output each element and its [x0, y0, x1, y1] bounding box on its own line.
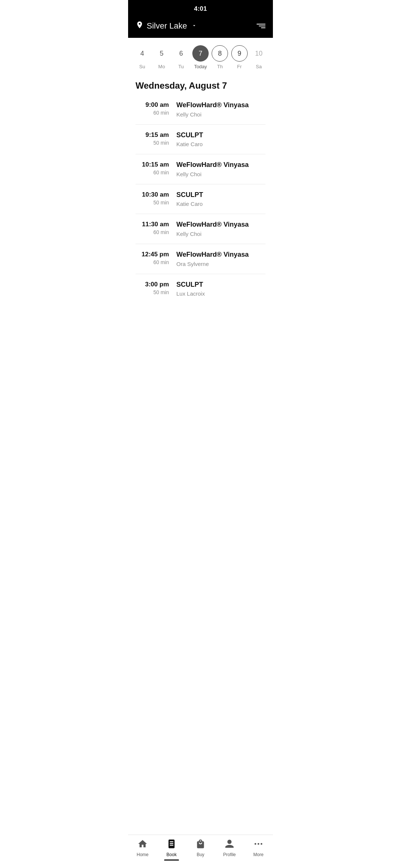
class-duration: 60 min: [136, 110, 169, 116]
class-list-item[interactable]: 11:30 am 60 min WeFlowHard® Vinyasa Kell…: [136, 214, 265, 244]
day-label: Th: [217, 64, 223, 69]
class-name: WeFlowHard® Vinyasa: [176, 221, 249, 229]
day-picker: 4 Su 5 Mo 6 Tu 7 Today 8 Th 9 Fr 10 Sa: [128, 38, 273, 73]
class-name: WeFlowHard® Vinyasa: [176, 161, 249, 169]
status-bar: 4:01: [128, 0, 273, 16]
class-start-time: 9:00 am: [136, 101, 169, 109]
status-time: 4:01: [194, 5, 207, 12]
class-info: WeFlowHard® Vinyasa Ora Sylverne: [176, 251, 249, 267]
class-duration: 50 min: [136, 289, 169, 295]
class-list-item[interactable]: 9:15 am 50 min SCULPT Katie Caro: [136, 125, 265, 155]
chevron-down-icon: [192, 23, 197, 29]
class-duration: 50 min: [136, 140, 169, 146]
day-number: 4: [134, 45, 150, 62]
day-number: 8: [212, 45, 228, 62]
location-name: Silver Lake: [147, 21, 187, 31]
class-time: 3:00 pm 50 min: [136, 281, 176, 295]
class-info: SCULPT Katie Caro: [176, 191, 203, 207]
class-list-item[interactable]: 10:30 am 50 min SCULPT Katie Caro: [136, 184, 265, 214]
class-name: WeFlowHard® Vinyasa: [176, 251, 249, 259]
instructor-name: Kelly Choi: [176, 111, 249, 118]
day-label: Mo: [158, 64, 165, 69]
class-start-time: 11:30 am: [136, 221, 169, 228]
class-start-time: 3:00 pm: [136, 281, 169, 288]
class-duration: 60 min: [136, 170, 169, 175]
class-info: WeFlowHard® Vinyasa Kelly Choi: [176, 221, 249, 237]
class-list-item[interactable]: 12:45 pm 60 min WeFlowHard® Vinyasa Ora …: [136, 244, 265, 274]
instructor-name: Katie Caro: [176, 201, 203, 207]
class-info: SCULPT Katie Caro: [176, 131, 203, 148]
class-info: SCULPT Lux Lacroix: [176, 281, 205, 297]
class-info: WeFlowHard® Vinyasa Kelly Choi: [176, 101, 249, 118]
day-number: 5: [153, 45, 170, 62]
day-label: Tu: [178, 64, 184, 69]
day-picker-item[interactable]: 7 Today: [192, 45, 209, 69]
day-number: 6: [173, 45, 189, 62]
class-start-time: 9:15 am: [136, 131, 169, 139]
day-picker-item[interactable]: 5 Mo: [153, 45, 170, 69]
class-list: 9:00 am 60 min WeFlowHard® Vinyasa Kelly…: [128, 95, 273, 303]
instructor-name: Kelly Choi: [176, 231, 249, 237]
instructor-name: Kelly Choi: [176, 171, 249, 177]
class-info: WeFlowHard® Vinyasa Kelly Choi: [176, 161, 249, 177]
day-picker-item[interactable]: 8 Th: [212, 45, 228, 69]
class-time: 11:30 am 60 min: [136, 221, 176, 235]
class-name: SCULPT: [176, 131, 203, 139]
day-label: Today: [194, 64, 207, 69]
day-picker-item[interactable]: 9 Fr: [231, 45, 248, 69]
class-list-item[interactable]: 10:15 am 60 min WeFlowHard® Vinyasa Kell…: [136, 154, 265, 184]
class-time: 9:00 am 60 min: [136, 101, 176, 116]
location-selector[interactable]: Silver Lake: [136, 21, 197, 31]
day-label: Su: [139, 64, 145, 69]
main-content: 4 Su 5 Mo 6 Tu 7 Today 8 Th 9 Fr 10 Sa W…: [128, 38, 273, 341]
class-name: WeFlowHard® Vinyasa: [176, 101, 249, 109]
filter-button[interactable]: [257, 24, 265, 28]
class-time: 10:30 am 50 min: [136, 191, 176, 206]
day-picker-item[interactable]: 6 Tu: [173, 45, 189, 69]
location-pin-icon: [136, 21, 144, 31]
class-list-item[interactable]: 9:00 am 60 min WeFlowHard® Vinyasa Kelly…: [136, 95, 265, 125]
class-name: SCULPT: [176, 191, 203, 199]
class-start-time: 12:45 pm: [136, 251, 169, 258]
day-number: 7: [192, 45, 209, 62]
class-duration: 50 min: [136, 200, 169, 206]
day-picker-item[interactable]: 4 Su: [134, 45, 150, 69]
instructor-name: Katie Caro: [176, 141, 203, 147]
instructor-name: Ora Sylverne: [176, 261, 249, 267]
class-start-time: 10:30 am: [136, 191, 169, 198]
day-picker-item[interactable]: 10 Sa: [251, 45, 267, 69]
class-name: SCULPT: [176, 281, 205, 289]
day-label: Fr: [237, 64, 242, 69]
class-time: 10:15 am 60 min: [136, 161, 176, 175]
day-number: 9: [231, 45, 248, 62]
class-duration: 60 min: [136, 259, 169, 265]
day-number: 10: [251, 45, 267, 62]
class-list-item[interactable]: 3:00 pm 50 min SCULPT Lux Lacroix: [136, 274, 265, 304]
date-heading: Wednesday, August 7: [128, 73, 273, 95]
filter-lines-icon: [257, 24, 265, 28]
class-time: 9:15 am 50 min: [136, 131, 176, 146]
instructor-name: Lux Lacroix: [176, 290, 205, 297]
class-time: 12:45 pm 60 min: [136, 251, 176, 265]
class-start-time: 10:15 am: [136, 161, 169, 168]
header: Silver Lake: [128, 16, 273, 38]
class-duration: 60 min: [136, 229, 169, 235]
day-label: Sa: [256, 64, 262, 69]
